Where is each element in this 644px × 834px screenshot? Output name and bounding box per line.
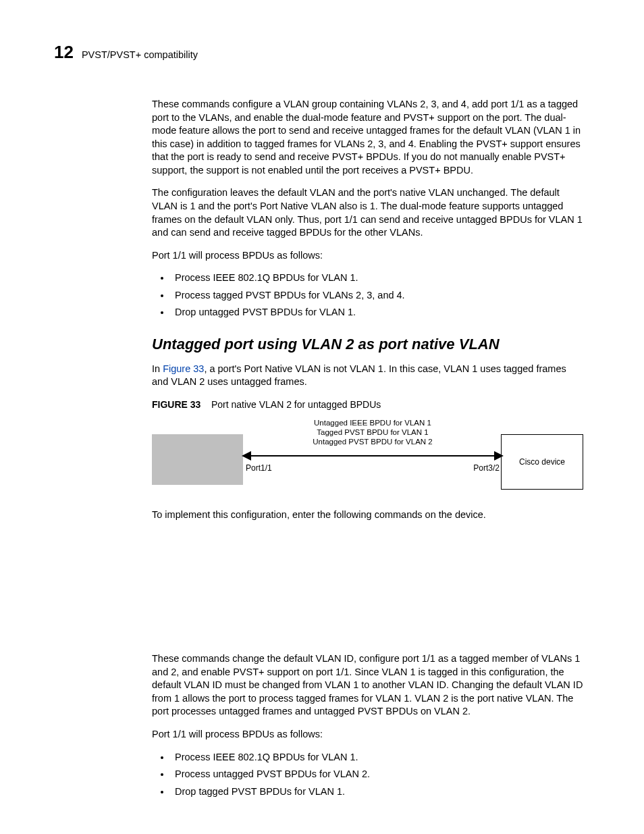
port-label-right: Port3/2 [473, 463, 500, 473]
list-item: Process IEEE 802.1Q BPDUs for VLAN 1. [171, 271, 583, 285]
list-item: Drop tagged PVST BPDUs for VLAN 1. [171, 785, 583, 799]
paragraph: These commands configure a VLAN group co… [152, 98, 583, 177]
content-body: These commands configure a VLAN group co… [152, 98, 583, 798]
page: 12 PVST/PVST+ compatibility These comman… [0, 0, 644, 834]
bpdu-label: Untagged PVST BPDU for VLAN 2 [243, 437, 502, 446]
paragraph: In Figure 33, a port's Port Native VLAN … [152, 363, 583, 389]
arrowhead-left-icon [242, 451, 251, 461]
chapter-number: 12 [54, 41, 74, 64]
bpdu-labels: Untagged IEEE BPDU for VLAN 1 Tagged PVS… [243, 418, 502, 447]
device-box-left [152, 434, 243, 485]
section-heading: Untagged port using VLAN 2 as port nativ… [152, 334, 583, 355]
cisco-device-label: Cisco device [519, 457, 565, 467]
paragraph: To implement this configuration, enter t… [152, 509, 583, 522]
figure-caption: FIGURE 33 Port native VLAN 2 for untagge… [152, 398, 583, 411]
port-label-left: Port1/1 [246, 463, 272, 473]
paragraph: Port 1/1 will process BPDUs as follows: [152, 249, 583, 263]
figure-title: Port native VLAN 2 for untagged BPDUs [211, 399, 381, 410]
chapter-title: PVST/PVST+ compatibility [82, 49, 198, 62]
paragraph: Port 1/1 will process BPDUs as follows: [152, 728, 583, 741]
bullet-list: Process IEEE 802.1Q BPDUs for VLAN 1. Pr… [152, 751, 583, 799]
list-item: Process IEEE 802.1Q BPDUs for VLAN 1. [171, 751, 583, 764]
figure-label: FIGURE 33 [152, 399, 200, 410]
figure-xref-link[interactable]: Figure 33 [163, 363, 204, 374]
figure-diagram: Untagged IEEE BPDU for VLAN 1 Tagged PVS… [152, 418, 583, 498]
text: In [152, 363, 163, 374]
bpdu-label: Untagged IEEE BPDU for VLAN 1 [243, 418, 502, 427]
arrow-line [247, 455, 498, 457]
bpdu-label: Tagged PVST BPDU for VLAN 1 [243, 427, 502, 437]
cisco-device-box: Cisco device [501, 434, 583, 490]
bullet-list: Process IEEE 802.1Q BPDUs for VLAN 1. Pr… [152, 271, 583, 319]
text: , a port's Port Native VLAN is not VLAN … [152, 363, 566, 388]
code-block-spacer [152, 531, 583, 652]
arrow-zone: Untagged IEEE BPDU for VLAN 1 Tagged PVS… [243, 418, 502, 498]
list-item: Process tagged PVST BPDUs for VLANs 2, 3… [171, 289, 583, 303]
paragraph: The configuration leaves the default VLA… [152, 186, 583, 239]
running-head: 12 PVST/PVST+ compatibility [54, 41, 583, 64]
list-item: Drop untagged PVST BPDUs for VLAN 1. [171, 306, 583, 319]
paragraph: These commands change the default VLAN I… [152, 652, 583, 719]
list-item: Process untagged PVST BPDUs for VLAN 2. [171, 768, 583, 781]
